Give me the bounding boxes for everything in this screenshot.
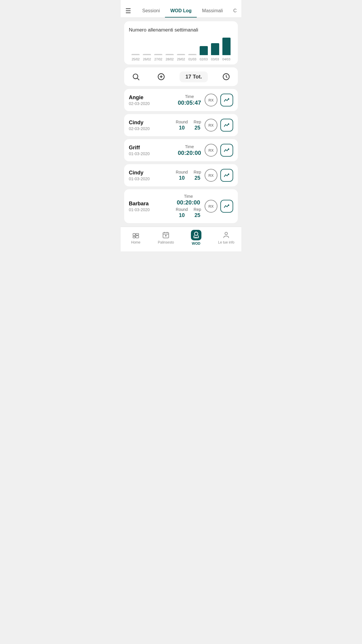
bar-label-03/03: 03/03 — [211, 57, 219, 61]
chart-title: Numero allenamenti settimanali — [129, 27, 233, 33]
bar-28/02 — [166, 54, 174, 55]
svg-rect-7 — [133, 236, 135, 238]
svg-rect-6 — [133, 234, 135, 236]
progress-chart-cindy-0103[interactable] — [220, 169, 233, 182]
wod-name-cindy-0103: Cindy — [129, 170, 172, 176]
progress-chart-angie[interactable] — [220, 94, 233, 106]
wod-date-cindy-0103: 01-03-2020 — [129, 176, 172, 181]
top-navigation: ☰ Sessioni WOD Log Massimali Clo... — [121, 0, 241, 18]
weekly-chart-card: Numero allenamenti settimanali 25/0226/0… — [124, 21, 238, 64]
bar-02/03 — [200, 46, 208, 55]
bar-col-25/02: 25/02 — [130, 54, 141, 61]
bar-27/02 — [154, 54, 162, 55]
wod-metric-round-cindy-0103: Round 10 — [176, 170, 188, 181]
rx-badge-angie[interactable]: RX — [205, 94, 217, 106]
svg-point-0 — [133, 74, 138, 79]
wod-info-griff: Griff 01-03-2020 — [129, 145, 174, 156]
bar-01/03 — [188, 54, 196, 55]
svg-text:50: 50 — [195, 237, 197, 239]
rx-badge-cindy-0203[interactable]: RX — [205, 119, 217, 132]
search-button[interactable] — [129, 70, 143, 84]
progress-chart-barbara[interactable] — [220, 200, 233, 213]
wod-metric-time-barbara: Time 00:20:00 — [176, 194, 201, 206]
nav-wod-label: WOD — [192, 242, 200, 246]
wod-kettlebell-icon: 50 — [191, 230, 201, 240]
wod-name-angie: Angie — [129, 94, 174, 101]
wod-name-barbara: Barbara — [129, 201, 172, 207]
wod-metric-round-barbara: Round 10 — [176, 207, 188, 218]
main-content: Numero allenamenti settimanali 25/0226/0… — [121, 18, 241, 227]
chart-area: 25/0226/0227/0228/0229/0201/0302/0303/03… — [129, 38, 233, 61]
wod-metrics-angie: Time 00:05:47 — [178, 94, 201, 106]
tab-clo[interactable]: Clo... — [228, 5, 237, 18]
wod-info-angie: Angie 02-03-2020 — [129, 94, 174, 106]
wod-info-cindy-0103: Cindy 01-03-2020 — [129, 170, 172, 181]
wod-metric-rep-cindy-0203: Rep 25 — [194, 120, 201, 131]
wod-metric-round-cindy-0203: Round 10 — [176, 120, 188, 131]
nav-palinsesto[interactable]: Palinsesto — [151, 231, 181, 244]
tab-wod-log[interactable]: WOD Log — [165, 5, 197, 18]
calendar-icon — [162, 231, 170, 239]
wod-metrics-griff: Time 00:20:00 — [178, 144, 201, 156]
nav-wod[interactable]: 50 WOD — [181, 230, 211, 246]
wod-info-cindy-0203: Cindy 02-03-2020 — [129, 120, 172, 131]
bar-col-27/02: 27/02 — [153, 54, 164, 61]
wod-entry-cindy-0203: Cindy 02-03-2020 Round 10 Rep 25 RX — [124, 114, 238, 136]
progress-chart-griff[interactable] — [220, 144, 233, 157]
bar-col-28/02: 28/02 — [164, 54, 175, 61]
wod-metrics-row-barbara: Round 10 Rep 25 — [176, 207, 201, 218]
wod-date-angie: 02-03-2020 — [129, 101, 174, 106]
progress-chart-cindy-0203[interactable] — [220, 119, 233, 132]
person-icon — [222, 231, 230, 239]
bar-col-02/03: 02/03 — [198, 46, 209, 61]
wod-name-cindy-0203: Cindy — [129, 120, 172, 126]
wod-entry-barbara: Barbara 01-03-2020 Time 00:20:00 Round 1… — [124, 189, 238, 223]
toolbar: 17 Tot. — [124, 67, 238, 86]
rx-badge-cindy-0103[interactable]: RX — [205, 169, 217, 182]
nav-profile-label: Le tue info — [218, 240, 234, 244]
rx-badge-barbara[interactable]: RX — [205, 200, 217, 213]
wod-entry-cindy-0103: Cindy 01-03-2020 Round 10 Rep 25 RX — [124, 164, 238, 186]
bar-29/02 — [177, 54, 185, 55]
wod-metrics-barbara: Time 00:20:00 Round 10 Rep 25 — [176, 194, 201, 218]
wod-info-barbara: Barbara 01-03-2020 — [129, 201, 172, 212]
bar-col-01/03: 01/03 — [187, 54, 198, 61]
add-button[interactable] — [154, 70, 168, 84]
bar-label-29/02: 29/02 — [177, 57, 185, 61]
nav-palinsesto-label: Palinsesto — [158, 240, 174, 244]
wod-metric-time-griff: Time 00:20:00 — [178, 144, 201, 156]
svg-rect-9 — [136, 236, 139, 238]
tab-sessioni[interactable]: Sessioni — [137, 5, 165, 18]
svg-point-17 — [225, 232, 228, 235]
bar-04/03 — [222, 38, 231, 55]
hamburger-menu-icon[interactable]: ☰ — [125, 7, 131, 15]
bar-label-01/03: 01/03 — [188, 57, 196, 61]
wod-metrics-cindy-0103: Round 10 Rep 25 — [176, 170, 201, 181]
svg-point-14 — [166, 235, 166, 236]
wod-actions-angie: RX — [205, 94, 233, 106]
wod-metrics-cindy-0203: Round 10 Rep 25 — [176, 120, 201, 131]
home-icon — [132, 231, 140, 239]
bar-label-25/02: 25/02 — [132, 57, 140, 61]
bar-col-04/03: 04/03 — [221, 38, 232, 61]
wod-entry-angie: Angie 02-03-2020 Time 00:05:47 RX — [124, 89, 238, 111]
bar-col-29/02: 29/02 — [175, 54, 187, 61]
tab-massimali[interactable]: Massimali — [197, 5, 228, 18]
nav-profile[interactable]: Le tue info — [211, 231, 242, 244]
wod-actions-cindy-0103: RX — [205, 169, 233, 182]
history-button[interactable] — [219, 70, 233, 84]
svg-line-1 — [137, 78, 139, 80]
wod-metric-rep-barbara: Rep 25 — [194, 207, 201, 218]
bar-label-04/03: 04/03 — [222, 57, 231, 61]
wod-actions-barbara: RX — [205, 200, 233, 213]
svg-rect-8 — [136, 234, 139, 235]
wod-date-griff: 01-03-2020 — [129, 151, 174, 156]
svg-point-15 — [194, 232, 198, 236]
nav-home[interactable]: Home — [121, 231, 151, 244]
bar-col-26/02: 26/02 — [141, 54, 153, 61]
rx-badge-griff[interactable]: RX — [205, 144, 217, 157]
plus-icon — [157, 73, 165, 81]
bar-col-03/03: 03/03 — [209, 43, 221, 61]
wod-entry-griff: Griff 01-03-2020 Time 00:20:00 RX — [124, 139, 238, 161]
nav-home-label: Home — [131, 240, 140, 244]
